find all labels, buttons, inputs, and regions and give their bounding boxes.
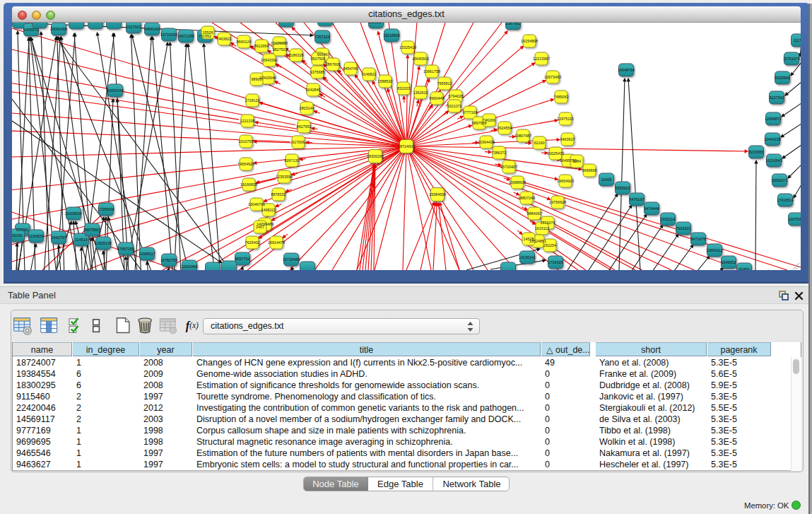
- svg-text:8912954: 8912954: [254, 44, 269, 48]
- svg-text:2942757: 2942757: [52, 235, 66, 240]
- svg-text:1167533: 1167533: [789, 217, 801, 221]
- svg-text:12923466: 12923466: [181, 264, 198, 269]
- svg-text:1588520: 1588520: [378, 79, 393, 83]
- svg-text:9657791: 9657791: [235, 257, 250, 261]
- svg-text:7463822: 7463822: [217, 37, 232, 41]
- svg-text:19654925: 19654925: [237, 162, 254, 166]
- svg-text:10025433: 10025433: [547, 151, 564, 156]
- svg-text:3624554: 3624554: [498, 126, 512, 130]
- svg-text:7357224: 7357224: [315, 35, 330, 39]
- svg-text:9242845: 9242845: [306, 88, 321, 92]
- svg-text:99975867: 99975867: [83, 228, 100, 232]
- svg-text:9699695: 9699695: [582, 168, 597, 173]
- svg-text:17957255: 17957255: [117, 247, 134, 251]
- svg-text:6466160: 6466160: [145, 27, 160, 31]
- svg-text:8471676: 8471676: [691, 237, 706, 241]
- svg-text:9777169: 9777169: [463, 110, 478, 115]
- svg-text:17016514: 17016514: [777, 198, 794, 202]
- svg-text:16648764: 16648764: [618, 68, 635, 72]
- svg-text:19166829: 19166829: [240, 182, 257, 187]
- svg-text:16210643: 16210643: [765, 158, 782, 163]
- svg-text:15720407: 15720407: [500, 165, 517, 169]
- svg-text:15751074: 15751074: [783, 57, 800, 61]
- svg-text:1407: 1407: [256, 225, 264, 229]
- svg-text:10688609: 10688609: [509, 180, 526, 185]
- svg-text:(x): (x): [189, 321, 199, 330]
- svg-text:19384554: 19384554: [429, 192, 446, 197]
- svg-text:39159: 39159: [12, 233, 23, 238]
- svg-text:19756928: 19756928: [549, 200, 566, 204]
- svg-text:12505135: 12505135: [95, 241, 112, 245]
- svg-text:1405572: 1405572: [24, 28, 39, 32]
- svg-text:10719155: 10719155: [160, 33, 177, 37]
- svg-text:16914479: 16914479: [268, 240, 285, 245]
- svg-text:15640910: 15640910: [412, 57, 429, 61]
- svg-text:1156829: 1156829: [29, 234, 44, 238]
- svg-text:15692071: 15692071: [771, 178, 788, 182]
- svg-text:98903: 98903: [252, 77, 262, 81]
- svg-text:22420046: 22420046: [259, 76, 276, 80]
- svg-text:20091406: 20091406: [50, 27, 67, 31]
- svg-text:835061: 835061: [16, 228, 29, 232]
- svg-text:15226058: 15226058: [271, 41, 288, 45]
- svg-text:2718120: 2718120: [245, 98, 260, 103]
- svg-text:16405: 16405: [601, 177, 612, 182]
- svg-text:9527506: 9527506: [311, 57, 326, 61]
- svg-text:832203: 832203: [397, 86, 410, 90]
- svg-text:7632621: 7632621: [676, 226, 691, 230]
- svg-text:9227342: 9227342: [770, 95, 784, 100]
- svg-text:7955812: 7955812: [437, 81, 452, 86]
- svg-text:8660124: 8660124: [237, 40, 252, 44]
- svg-text:14136141: 14136141: [519, 255, 536, 259]
- svg-text:9245652: 9245652: [722, 260, 736, 264]
- svg-text:1221338: 1221338: [240, 119, 255, 123]
- svg-text:16046766: 16046766: [248, 202, 265, 206]
- svg-text:746266: 746266: [483, 118, 495, 122]
- svg-text:16782759: 16782759: [160, 258, 177, 262]
- svg-text:6794028: 6794028: [449, 94, 464, 98]
- svg-text:16671355: 16671355: [177, 34, 194, 38]
- svg-text:2935114: 2935114: [661, 217, 676, 221]
- svg-text:1612074: 1612074: [541, 221, 555, 225]
- svg-text:12093872: 12093872: [765, 117, 782, 121]
- svg-text:9827503: 9827503: [273, 47, 288, 52]
- svg-text:5955923: 5955923: [616, 186, 630, 190]
- svg-text:1621072: 1621072: [447, 104, 462, 108]
- svg-text:1362615: 1362615: [413, 90, 428, 95]
- svg-text:1010755: 1010755: [239, 139, 254, 144]
- svg-text:9375685: 9375685: [310, 70, 325, 74]
- svg-text:10807487: 10807487: [514, 134, 531, 138]
- svg-text:16154808: 16154808: [521, 39, 538, 43]
- svg-text:8454749: 8454749: [343, 66, 358, 71]
- svg-text:6479197: 6479197: [630, 197, 645, 201]
- svg-text:92450: 92450: [739, 267, 750, 270]
- svg-text:15718485: 15718485: [283, 257, 300, 262]
- svg-text:10973493: 10973493: [544, 75, 561, 79]
- svg-text:12353594: 12353594: [276, 175, 293, 179]
- svg-text:9463627: 9463627: [560, 137, 575, 141]
- svg-text:8878332: 8878332: [271, 192, 286, 197]
- svg-text:1615112: 1615112: [535, 226, 550, 230]
- svg-text:8427552: 8427552: [297, 124, 312, 129]
- svg-text:11172: 11172: [794, 38, 801, 42]
- svg-text:2803144: 2803144: [300, 106, 314, 110]
- svg-text:8990448: 8990448: [430, 96, 445, 100]
- svg-text:12444158: 12444158: [764, 137, 781, 141]
- svg-text:7386372: 7386372: [492, 151, 507, 155]
- svg-text:18300295: 18300295: [367, 154, 384, 158]
- svg-text:9884067: 9884067: [527, 211, 542, 216]
- svg-text:16543392: 16543392: [261, 58, 278, 62]
- svg-text:7625402: 7625402: [245, 240, 260, 245]
- svg-text:8813054: 8813054: [369, 23, 384, 24]
- svg-text:9329966: 9329966: [775, 76, 790, 80]
- svg-text:62160: 62160: [534, 141, 545, 145]
- svg-text:10654112: 10654112: [706, 248, 723, 252]
- svg-text:14528: 14528: [524, 237, 534, 241]
- svg-text:17359936: 17359936: [98, 207, 114, 211]
- svg-text:7485063: 7485063: [554, 95, 569, 99]
- svg-text:19654923: 19654923: [557, 179, 574, 183]
- svg-text:9284: 9284: [572, 159, 581, 163]
- svg-text:8267130: 8267130: [285, 158, 300, 163]
- svg-text:12213967: 12213967: [533, 57, 550, 61]
- svg-text:10961758: 10961758: [423, 69, 440, 74]
